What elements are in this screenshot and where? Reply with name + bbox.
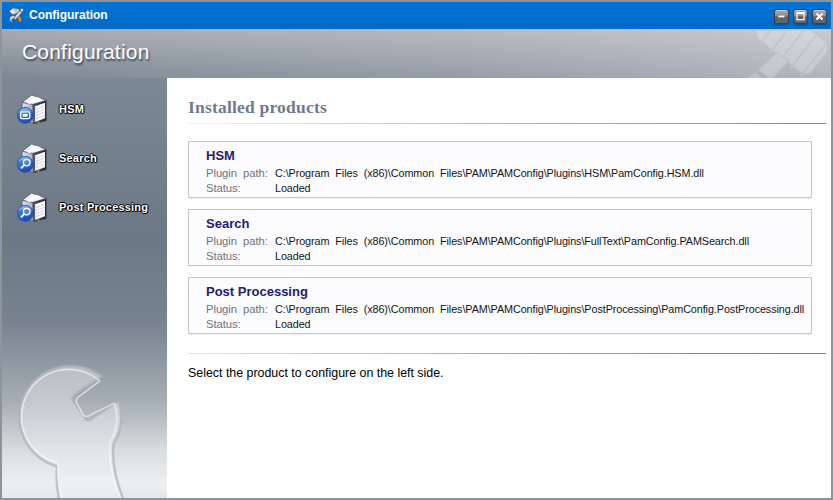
plugin-path-row: Plugin path: C:\Program Files (x86)\Comm…: [206, 302, 811, 317]
sidebar-item-label: Search: [59, 152, 97, 164]
product-card-post-processing: Post Processing Plugin path: C:\Program …: [188, 277, 812, 334]
plugin-path-row: Plugin path: C:\Program Files (x86)\Comm…: [206, 234, 811, 249]
maximize-button[interactable]: [793, 9, 808, 24]
main-panel: Installed products HSM Plugin path: C:\P…: [167, 78, 831, 498]
status-row: Status: Loaded: [206, 317, 811, 332]
plugin-path-value: C:\Program Files (x86)\Common Files\PAM\…: [275, 302, 804, 317]
section-heading: Installed products: [188, 97, 831, 118]
close-button[interactable]: [812, 9, 827, 24]
tool-handle-watermark-icon: [651, 31, 831, 78]
product-list: HSM Plugin path: C:\Program Files (x86)\…: [188, 141, 831, 334]
titlebar[interactable]: Configuration: [2, 2, 831, 29]
status-value: Loaded: [275, 249, 311, 264]
server-tower-magnifier-icon: [17, 192, 48, 222]
plugin-path-label: Plugin path:: [206, 302, 275, 317]
sidebar-item-hsm[interactable]: HSM: [17, 94, 167, 124]
footer-divider: [188, 353, 826, 354]
status-label: Status:: [206, 181, 275, 196]
product-name: Post Processing: [206, 284, 811, 299]
product-name: HSM: [206, 148, 811, 163]
window-title: Configuration: [29, 2, 108, 28]
status-value: Loaded: [275, 317, 311, 332]
header-banner: Configuration: [2, 29, 831, 78]
heading-divider: [188, 123, 826, 124]
plugin-path-label: Plugin path:: [206, 166, 275, 181]
status-label: Status:: [206, 317, 275, 332]
sidebar-item-search[interactable]: Search: [17, 143, 167, 173]
sidebar-item-label: Post Processing: [59, 201, 148, 213]
plugin-path-value: C:\Program Files (x86)\Common Files\PAM\…: [275, 234, 749, 249]
window-controls: [770, 9, 827, 24]
close-icon: [813, 10, 826, 23]
plugin-path-row: Plugin path: C:\Program Files (x86)\Comm…: [206, 166, 811, 181]
product-card-search: Search Plugin path: C:\Program Files (x8…: [188, 209, 812, 266]
server-tower-magnifier-icon: [17, 143, 48, 173]
status-value: Loaded: [275, 181, 311, 196]
product-card-hsm: HSM Plugin path: C:\Program Files (x86)\…: [188, 141, 812, 198]
product-name: Search: [206, 216, 811, 231]
configuration-window: Configuration: [0, 0, 833, 500]
server-tower-window-icon: [17, 94, 48, 124]
minimize-button[interactable]: [774, 9, 789, 24]
minimize-icon: [775, 10, 788, 23]
sidebar: HSM: [2, 78, 167, 498]
sidebar-item-post-processing[interactable]: Post Processing: [17, 192, 167, 222]
status-row: Status: Loaded: [206, 181, 811, 196]
status-row: Status: Loaded: [206, 249, 811, 264]
plugin-path-value: C:\Program Files (x86)\Common Files\PAM\…: [275, 166, 704, 181]
plugin-path-label: Plugin path:: [206, 234, 275, 249]
status-label: Status:: [206, 249, 275, 264]
page-title: Configuration: [22, 40, 150, 64]
instruction-text: Select the product to configure on the l…: [188, 366, 831, 380]
sidebar-item-label: HSM: [59, 103, 84, 115]
tools-hammer-wrench-icon: [8, 7, 25, 24]
maximize-icon: [794, 10, 807, 23]
